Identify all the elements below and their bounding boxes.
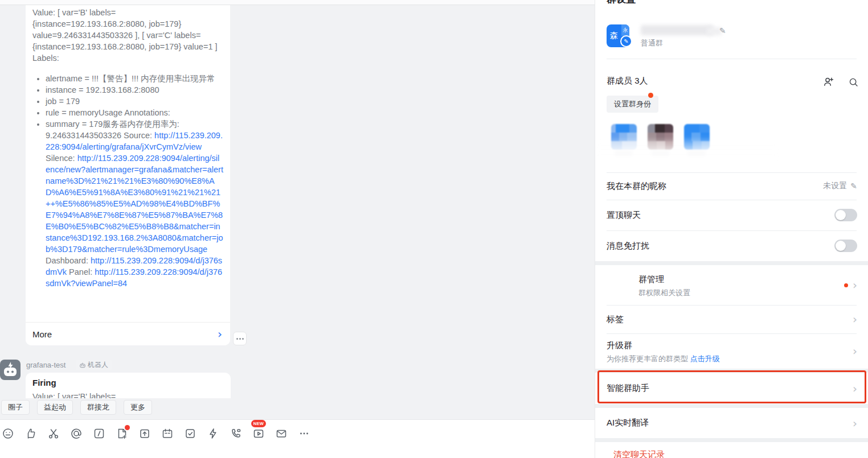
more-tools-icon[interactable] bbox=[297, 427, 311, 440]
mute-row: 消息免打扰 bbox=[595, 230, 868, 261]
alert-label-item: instance = 192.193.168.2:8080 bbox=[46, 84, 223, 96]
edit-group-name-icon[interactable]: ✎ bbox=[719, 26, 726, 35]
emoji-icon[interactable] bbox=[1, 427, 15, 440]
new-doc-icon[interactable] bbox=[115, 427, 129, 440]
clipped-value-line: Value: [ var='B' labels= bbox=[32, 392, 224, 398]
set-group-identity-button[interactable]: 设置群身份 bbox=[607, 96, 658, 113]
add-member-icon[interactable] bbox=[822, 75, 834, 88]
mute-toggle[interactable] bbox=[834, 240, 857, 252]
divider bbox=[607, 59, 857, 59]
notification-dot bbox=[125, 425, 130, 430]
upgrade-group-row[interactable]: 升级群 为你推荐更丰富的群类型 点击升级 › bbox=[595, 333, 868, 369]
members-count: 3人 bbox=[634, 76, 648, 85]
silence-link[interactable]: http://115.239.209.228:9094/alerting/sil… bbox=[46, 154, 223, 254]
members-label-text: 群成员 bbox=[607, 76, 632, 85]
edit-nickname-icon[interactable]: ✎ bbox=[850, 181, 857, 191]
chevron-right-icon: › bbox=[853, 313, 857, 325]
file-upload-icon[interactable] bbox=[138, 427, 152, 440]
shortcut-lightning-icon[interactable] bbox=[206, 427, 220, 440]
nickname-row[interactable]: 我在本群的昵称 未设置 ✎ bbox=[595, 172, 868, 200]
redaction-blur-overlay bbox=[595, 139, 777, 173]
tags-row[interactable]: 标签 › bbox=[595, 305, 868, 333]
edit-avatar-icon[interactable]: ✎ bbox=[620, 35, 632, 47]
section-separator bbox=[595, 369, 868, 373]
section-separator bbox=[595, 261, 868, 265]
quick-command-icon[interactable] bbox=[92, 427, 106, 440]
calendar-icon[interactable] bbox=[161, 427, 174, 440]
summary-text: Dashboard: bbox=[46, 256, 91, 265]
alert-summary-item: summary = 179服务器内存使用率为: 9.24633144350332… bbox=[46, 118, 223, 289]
chevron-right-icon: › bbox=[853, 383, 857, 394]
bot-badge-label: 机器人 bbox=[88, 360, 108, 370]
at-mention-icon[interactable] bbox=[69, 427, 83, 440]
group-manage-subtitle: 群权限相关设置 bbox=[638, 288, 690, 298]
upgrade-link[interactable]: 点击升级 bbox=[690, 354, 720, 363]
group-type-label: 普通群 bbox=[641, 38, 663, 48]
group-name-redacted bbox=[641, 25, 714, 35]
screenshot-scissors-icon[interactable] bbox=[47, 427, 60, 440]
more-label: More bbox=[32, 329, 52, 339]
smart-assistant-row[interactable]: 智能群助手 › bbox=[595, 373, 868, 404]
search-members-icon[interactable] bbox=[847, 76, 859, 88]
members-count-label: 群成员 3人 bbox=[607, 76, 648, 86]
alert-labels-list: alertname = !!!【警告】!!! 内存使用率出现异常 instanc… bbox=[32, 73, 223, 289]
ai-translate-row[interactable]: AI实时翻译 › bbox=[595, 408, 868, 438]
robot-icon bbox=[79, 362, 86, 369]
alert-value-line: {instance=192.193.168.2:8080, job=179} v… bbox=[32, 41, 223, 52]
composer-toolbar: NEW bbox=[0, 419, 595, 458]
group-avatar-corner-char: 永 bbox=[621, 24, 629, 36]
bot-avatar[interactable] bbox=[0, 360, 21, 380]
new-badge: NEW bbox=[251, 420, 266, 427]
upgrade-title: 升级群 bbox=[607, 340, 720, 351]
message-actions-button[interactable] bbox=[233, 332, 247, 345]
nickname-label: 我在本群的昵称 bbox=[607, 181, 666, 192]
firing-message-bubble: Firing Value: [ var='B' labels= bbox=[26, 373, 231, 398]
panel-title: 群设置 bbox=[607, 0, 636, 6]
section-separator bbox=[595, 438, 868, 442]
summary-text: Silence: bbox=[46, 154, 77, 163]
message-more-row[interactable]: More › bbox=[26, 322, 230, 345]
chevron-right-icon: › bbox=[218, 328, 222, 340]
pin-chat-row: 置顶聊天 bbox=[595, 200, 868, 230]
alert-value-line: value=9.246331443503326 ], [ var='C' lab… bbox=[32, 30, 223, 41]
alert-labels-heading: Labels: bbox=[32, 52, 223, 64]
alert-message-bubble: Value: [ var='B' labels= {instance=192.1… bbox=[26, 5, 230, 345]
alert-label-item: rule = memoryUsage Annotations: bbox=[46, 107, 223, 118]
summary-text: Panel: bbox=[67, 267, 95, 277]
pin-chat-label: 置顶聊天 bbox=[607, 210, 641, 221]
tags-label: 标签 bbox=[607, 314, 624, 325]
clear-chat-history-button[interactable]: 清空聊天记录 bbox=[613, 449, 665, 458]
todo-icon[interactable] bbox=[183, 427, 197, 440]
tab-yiqidong[interactable]: 益起动 bbox=[37, 400, 73, 415]
alert-label-item: job = 179 bbox=[46, 96, 223, 107]
thumbs-up-icon[interactable] bbox=[24, 427, 38, 440]
tab-group-relay[interactable]: 群接龙 bbox=[80, 400, 116, 415]
tab-circle[interactable]: 圈子 bbox=[1, 400, 30, 415]
smart-assistant-label: 智能群助手 bbox=[607, 383, 649, 394]
chat-area: Value: [ var='B' labels= {instance=192.1… bbox=[0, 0, 595, 458]
sender-name: grafana-test bbox=[26, 361, 65, 369]
bot-badge: 机器人 bbox=[76, 360, 112, 370]
alert-value-line: Value: [ var='B' labels= bbox=[32, 7, 223, 18]
alert-value-line: {instance=192.193.168.2:8080, job=179} bbox=[32, 18, 223, 30]
app-window: Value: [ var='B' labels= {instance=192.1… bbox=[0, 0, 868, 458]
firing-status: Firing bbox=[32, 378, 224, 387]
upgrade-subtitle: 为你推荐更丰富的群类型 bbox=[607, 354, 690, 363]
notification-dot bbox=[648, 93, 653, 98]
alert-label-item: alertname = !!!【警告】!!! 内存使用率出现异常 bbox=[46, 73, 223, 84]
chat-top-divider bbox=[0, 0, 595, 5]
group-manage-row[interactable]: 王森 群主 群管理 群权限相关设置 › bbox=[595, 265, 868, 305]
pin-chat-toggle[interactable] bbox=[834, 209, 857, 221]
group-manage-title: 群管理 bbox=[638, 274, 690, 285]
section-separator bbox=[595, 404, 868, 408]
voice-video-call-icon[interactable] bbox=[229, 427, 243, 440]
quick-tabs-row: 圈子 益起动 群接龙 更多 bbox=[1, 400, 152, 415]
notification-dot bbox=[844, 283, 848, 287]
video-meeting-icon[interactable]: NEW bbox=[252, 427, 265, 440]
group-settings-panel: 群设置 森 永 ✎ ✎ 普通群 群成员 3人 设置群身份 bbox=[595, 0, 868, 458]
group-avatar-char: 森 bbox=[607, 24, 621, 47]
mail-icon[interactable] bbox=[275, 427, 288, 440]
tab-more[interactable]: 更多 bbox=[124, 400, 152, 415]
mute-label: 消息免打扰 bbox=[607, 241, 649, 251]
ai-translate-label: AI实时翻译 bbox=[607, 418, 649, 428]
